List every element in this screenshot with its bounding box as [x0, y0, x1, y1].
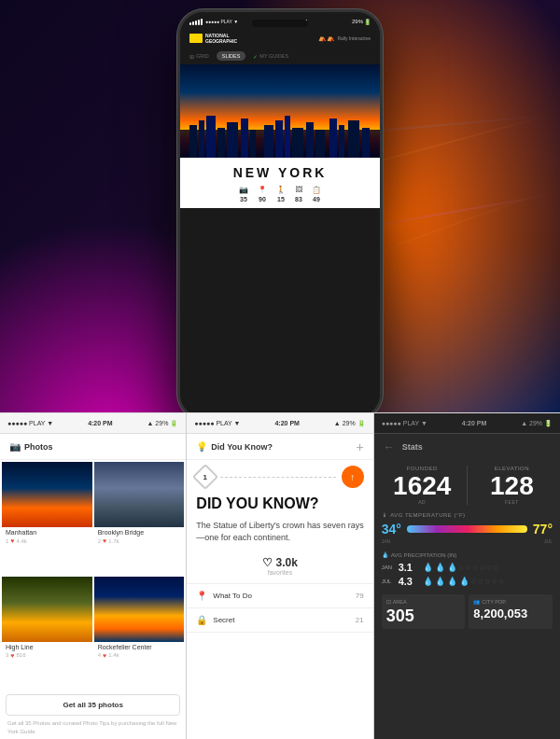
dyk-list: 📍 What To Do 79 🔒 Secret 21 [187, 584, 372, 739]
svg-rect-4 [217, 128, 225, 158]
svg-rect-15 [339, 125, 344, 158]
svg-rect-9 [275, 120, 283, 158]
walks-icon: 🚶 [276, 186, 286, 194]
stats-bottom-row: ⊡ AREA 305 👥 CITY POP. 8,200,053 [382, 594, 553, 629]
area-value: 305 [386, 607, 461, 624]
precip-jul-row: JUL 4.3 💧 💧 💧 💧 ○ ○ ○ ○ ○ [382, 576, 553, 587]
photo-likes-2: 2 ♥ 1.7k [94, 537, 185, 545]
temp-high: 77° [533, 522, 553, 537]
stats-row-top: FOUNDED 1624 AD ELEVATION 128 FEET [382, 466, 553, 505]
photos-grid: Manhattan 1 ♥ 4.4k Brooklyn Bridge 2 ♥ 1… [0, 460, 186, 690]
photo-cell-4[interactable]: Rockefeller Center 4 ♥ 1.4k [94, 577, 185, 690]
svg-rect-5 [227, 122, 238, 158]
panels-row: ●●●●● PLAY ▼ 4:20 PM ▲ 29% 🔋 📷 Photos Ma… [0, 412, 560, 739]
skyline-svg [180, 111, 380, 158]
rally-icon: ⛺⛺ [318, 35, 335, 42]
stat-founded: FOUNDED 1624 AD [382, 466, 463, 505]
citypop-value: 8,200,053 [473, 607, 548, 620]
precip-icon: 💧 [382, 551, 388, 558]
dyk-body-text: The Statue of Liberty's crown has seven … [187, 520, 372, 552]
elevation-value: 128 [471, 473, 553, 499]
photos-title: 📷 Photos [9, 441, 53, 452]
dyk-list-item-2[interactable]: 🔒 Secret 21 [187, 608, 372, 633]
grid-icon: ⊞ [189, 53, 194, 60]
phone-city-info: NEW YORK 📷 35 📍 90 🚶 15 🖼 [180, 158, 380, 208]
stat-elevation: ELEVATION 128 FEET [471, 466, 553, 505]
photos-panel-icon: 📷 [9, 441, 21, 452]
svg-rect-10 [285, 116, 290, 158]
temp-section: 🌡 AVG TEMPERATURE (°F) 34° 77° JAN JUL [382, 512, 553, 544]
svg-rect-12 [306, 122, 314, 158]
photo-cell-3[interactable]: High Line 3 ♥ 816 [2, 577, 92, 690]
photos-panel-header: 📷 Photos [0, 434, 186, 460]
svg-rect-3 [206, 116, 216, 158]
dyk-share-button[interactable]: ↑ [342, 466, 364, 488]
guides-icon: 📋 [312, 186, 321, 194]
stat-photos: 📷 35 [239, 186, 248, 202]
dyk-favorites: ♡ 3.0k favorites [187, 552, 372, 584]
stats-content: FOUNDED 1624 AD ELEVATION 128 FEET 🌡 [374, 460, 560, 739]
places-icon: 📍 [258, 186, 267, 194]
panel-stats: ●●●●● PLAY ▼ 4:20 PM ▲ 29% 🔋 ← Stats FOU… [374, 412, 560, 739]
stat-galleries: 🖼 83 [295, 186, 302, 202]
phone-device: ●●●●● PLAY ▼ 4:20 PM 29% 🔋 NATIONALGEOGR… [177, 9, 383, 420]
photo-cell-2[interactable]: Brooklyn Bridge 2 ♥ 1.7k [94, 462, 185, 575]
photo-bridge[interactable] [94, 462, 185, 527]
phone-notch [252, 20, 308, 27]
precip-label: 💧 AVG PRECIPITATION (IN) [382, 551, 553, 558]
svg-rect-8 [264, 125, 273, 158]
stat-citypop: 👥 CITY POP. 8,200,053 [469, 594, 553, 629]
photo-highline[interactable] [2, 577, 92, 642]
stat-area: ⊡ AREA 305 [382, 594, 466, 629]
city-name: NEW YORK [189, 165, 371, 180]
nat-geo-logo: NATIONALGEOGRAPHIC [189, 33, 237, 44]
photo-cell-1[interactable]: Manhattan 1 ♥ 4.4k [2, 462, 92, 575]
dyk-content: 1 ↑ DID YOU KNOW? The Statue of Liberty'… [187, 460, 372, 739]
temp-label: 🌡 AVG TEMPERATURE (°F) [382, 512, 553, 518]
dyk-panel-header: 💡 Did You Know? + [187, 434, 372, 460]
panel-sep-1 [186, 412, 187, 739]
photo-likes-4: 4 ♥ 1.4k [94, 652, 185, 660]
temp-low: 34° [382, 522, 401, 537]
rally-text: ⛺⛺ Rally Interactive [318, 35, 371, 42]
tab-guides[interactable]: ✓ MY GUIDES [253, 53, 288, 60]
precip-drops-jan: 💧 💧 💧 ○ ○ ○ ○ ○ ○ [423, 563, 499, 572]
tab-slides[interactable]: SLIDES [217, 51, 246, 61]
svg-rect-2 [199, 120, 204, 158]
get-all-button[interactable]: Get all 35 photos [6, 694, 180, 716]
what-to-do-icon: 📍 [196, 591, 207, 601]
dyk-list-item-1[interactable]: 📍 What To Do 79 [187, 584, 372, 608]
dyk-panel-icon: 💡 [196, 441, 207, 452]
city-stats-row: 📷 35 📍 90 🚶 15 🖼 83 [189, 186, 371, 202]
add-icon[interactable]: + [356, 439, 363, 454]
svg-rect-17 [362, 128, 370, 158]
stats-panel-header: ← Stats [374, 434, 560, 460]
temp-months: JAN JUL [382, 538, 553, 544]
phone-nav-tabs[interactable]: ⊞ GRID SLIDES ✓ MY GUIDES [180, 48, 380, 64]
svg-rect-13 [315, 130, 325, 158]
precip-drops-jul: 💧 💧 💧 💧 ○ ○ ○ ○ ○ [423, 577, 504, 586]
nat-geo-box [189, 34, 203, 43]
temp-bar-row: 34° 77° [382, 522, 553, 537]
photo-likes-1: 1 ♥ 4.4k [2, 537, 92, 545]
precip-jan-row: JAN 3.1 💧 💧 💧 ○ ○ ○ ○ ○ ○ [382, 562, 553, 573]
back-arrow-icon[interactable]: ← [384, 440, 395, 453]
precip-section: 💧 AVG PRECIPITATION (IN) JAN 3.1 💧 💧 💧 ○… [382, 551, 553, 587]
photo-rockefeller[interactable] [94, 577, 185, 642]
phone-main-image [180, 64, 380, 158]
svg-rect-16 [348, 120, 359, 158]
stat-guides: 📋 49 [312, 186, 321, 202]
elevation-sublabel: FEET [471, 499, 553, 505]
panel-did-you-know: ●●●●● PLAY ▼ 4:20 PM ▲ 29% 🔋 💡 Did You K… [187, 412, 372, 739]
phone-screen: ●●●●● PLAY ▼ 4:20 PM 29% 🔋 NATIONALGEOGR… [180, 12, 380, 417]
citypop-icon: 👥 [473, 599, 480, 605]
svg-rect-6 [241, 119, 248, 158]
get-all-desc: Get all 35 Photos and curated Photo Tips… [0, 719, 186, 739]
stat-divider [467, 466, 468, 505]
dyk-title: 💡 Did You Know? [196, 441, 273, 452]
dyk-status-bar: ●●●●● PLAY ▼ 4:20 PM ▲ 29% 🔋 [187, 413, 372, 434]
phone-body: ●●●●● PLAY ▼ 4:20 PM 29% 🔋 NATIONALGEOGR… [177, 9, 383, 420]
tab-grid[interactable]: ⊞ GRID [189, 53, 209, 60]
photo-manhattan[interactable] [2, 462, 92, 527]
phone-app-header: NATIONALGEOGRAPHIC ⛺⛺ Rally Interactive [180, 29, 380, 48]
